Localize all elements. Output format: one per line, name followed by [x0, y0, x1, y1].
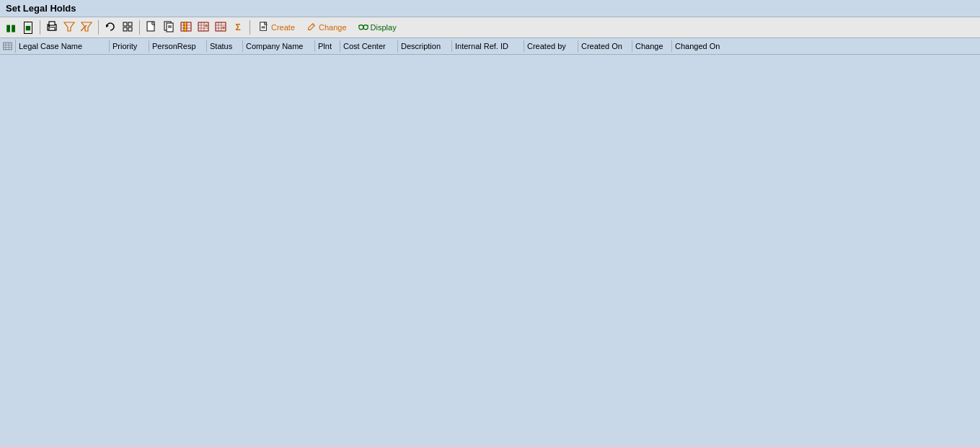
svg-rect-8 [123, 22, 127, 26]
content-area [0, 55, 980, 444]
filter-active-icon [81, 21, 92, 35]
col-header-company-name: Company Name [243, 40, 315, 52]
col-header-description: Description [398, 40, 452, 52]
sum-icon: Σ [235, 22, 240, 32]
col-header-priority: Priority [110, 40, 149, 52]
col-header-change: Change [632, 40, 672, 52]
sort-desc-icon [215, 21, 226, 35]
svg-rect-11 [128, 27, 132, 31]
table-header: Legal Case Name Priority PersonResp Stat… [0, 38, 980, 55]
display-button[interactable]: Display [353, 19, 402, 35]
svg-point-41 [358, 25, 363, 30]
col-header-status: Status [207, 40, 243, 52]
copy-list-icon [163, 21, 175, 35]
title-bar: Set Legal Holds [0, 0, 980, 17]
select-all-button[interactable]: ▮▮ [3, 19, 19, 35]
column-select-icon [180, 21, 192, 35]
col-header-internal-ref-id: Internal Ref. ID [452, 40, 524, 52]
col-header-legal-case-name: Legal Case Name [16, 40, 110, 52]
execute-button[interactable] [120, 19, 136, 35]
svg-rect-9 [128, 22, 132, 26]
svg-rect-2 [49, 27, 55, 30]
display-label: Display [371, 23, 397, 32]
create-label: Create [271, 23, 295, 32]
svg-rect-46 [4, 43, 12, 50]
deselect-all-button[interactable]: ■ [20, 19, 36, 35]
create-doc-icon [259, 22, 269, 33]
filter-icon [63, 21, 75, 35]
sort-desc-button[interactable] [213, 19, 229, 35]
svg-rect-3 [48, 25, 50, 27]
filter-button[interactable] [61, 19, 77, 35]
toolbar: ▮▮ ■ [0, 17, 980, 38]
svg-marker-5 [81, 22, 92, 31]
col-header-created-on: Created On [578, 40, 632, 52]
filter-active-button[interactable] [79, 19, 94, 35]
col-header-plnt: Plnt [315, 40, 340, 52]
refresh-button[interactable] [102, 19, 118, 35]
new-icon [146, 21, 157, 35]
print-button[interactable] [44, 19, 60, 35]
new-button[interactable] [144, 19, 159, 35]
toolbar-sep-4 [250, 20, 250, 35]
change-label: Change [319, 23, 347, 32]
change-button[interactable]: Change [301, 19, 352, 35]
svg-marker-4 [64, 22, 74, 31]
change-pen-icon [306, 22, 317, 33]
svg-rect-1 [49, 22, 55, 25]
select-all-icon: ▮▮ [6, 22, 16, 33]
toolbar-sep-3 [139, 20, 140, 35]
toolbar-sep-1 [40, 20, 40, 35]
svg-rect-19 [184, 22, 187, 31]
col-header-changed-on: Changed On [672, 40, 730, 52]
print-icon [46, 21, 58, 35]
create-button[interactable]: Create [254, 19, 300, 35]
sort-asc-icon [198, 21, 209, 35]
col-header-person-resp: PersonResp [149, 40, 207, 52]
svg-rect-10 [123, 27, 127, 31]
page-title: Set Legal Holds [6, 3, 76, 14]
column-select-button[interactable] [178, 19, 194, 35]
deselect-all-icon: ■ [24, 22, 32, 34]
col-header-created-by: Created by [524, 40, 578, 52]
copy-list-button[interactable] [161, 19, 177, 35]
sum-button[interactable]: Σ [230, 19, 246, 35]
sort-asc-button[interactable] [195, 19, 211, 35]
toolbar-sep-2 [98, 20, 99, 35]
display-glasses-icon [358, 22, 368, 33]
svg-point-42 [363, 25, 368, 30]
col-header-icon [0, 40, 16, 53]
refresh-icon [105, 21, 116, 35]
execute-icon [122, 21, 133, 35]
col-header-cost-center: Cost Center [340, 40, 398, 52]
